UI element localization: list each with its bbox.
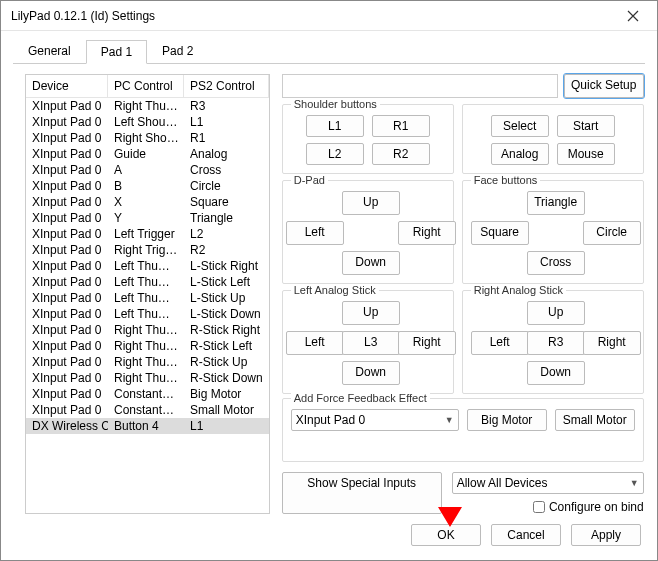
table-row[interactable]: DX Wireless C…Button 4L1 [26, 418, 269, 434]
cell-device: XInput Pad 0 [26, 290, 108, 306]
table-row[interactable]: XInput Pad 0Right Thu…R-Stick Down [26, 370, 269, 386]
bindings-table[interactable]: Device PC Control PS2 Control XInput Pad… [25, 74, 270, 514]
la-up-button[interactable]: Up [342, 301, 400, 325]
cancel-button[interactable]: Cancel [491, 524, 561, 546]
configure-on-bind-input[interactable] [533, 501, 545, 513]
cell-ps2: Cross [184, 162, 269, 178]
dpad-left-button[interactable]: Left [286, 221, 344, 245]
group-shoulder: Shoulder buttons [291, 98, 380, 110]
col-pc[interactable]: PC Control [108, 75, 184, 97]
table-row[interactable]: XInput Pad 0Right Thu…R3 [26, 98, 269, 114]
tab-pad2[interactable]: Pad 2 [147, 39, 208, 63]
cell-device: XInput Pad 0 [26, 242, 108, 258]
table-row[interactable]: XInput Pad 0ACross [26, 162, 269, 178]
cell-pc: Left Thu… [108, 306, 184, 322]
table-row[interactable]: XInput Pad 0Constant…Big Motor [26, 386, 269, 402]
ra-right-button[interactable]: Right [583, 331, 641, 355]
la-down-button[interactable]: Down [342, 361, 400, 385]
ok-button[interactable]: OK [411, 524, 481, 546]
cell-ps2: R3 [184, 98, 269, 114]
cell-device: XInput Pad 0 [26, 274, 108, 290]
ra-down-button[interactable]: Down [527, 361, 585, 385]
cell-pc: Right Thu… [108, 370, 184, 386]
table-row[interactable]: XInput Pad 0Right Thu…R-Stick Left [26, 338, 269, 354]
table-row[interactable]: XInput Pad 0Left Thu…L-Stick Right [26, 258, 269, 274]
chevron-down-icon: ▼ [445, 415, 454, 425]
mouse-button[interactable]: Mouse [557, 143, 615, 165]
tab-pad1[interactable]: Pad 1 [86, 40, 147, 64]
table-row[interactable]: XInput Pad 0Left Thu…L-Stick Up [26, 290, 269, 306]
l1-button[interactable]: L1 [306, 115, 364, 137]
dpad-down-button[interactable]: Down [342, 251, 400, 275]
cell-device: XInput Pad 0 [26, 322, 108, 338]
ra-left-button[interactable]: Left [471, 331, 529, 355]
configure-on-bind-check[interactable]: Configure on bind [452, 500, 644, 514]
cell-pc: Constant… [108, 386, 184, 402]
l2-button[interactable]: L2 [306, 143, 364, 165]
table-row[interactable]: XInput Pad 0BCircle [26, 178, 269, 194]
triangle-button[interactable]: Triangle [527, 191, 585, 215]
tab-general[interactable]: General [13, 39, 86, 63]
select-button[interactable]: Select [491, 115, 549, 137]
l3-button[interactable]: L3 [342, 331, 400, 355]
table-row[interactable]: XInput Pad 0GuideAnalog [26, 146, 269, 162]
dpad-right-button[interactable]: Right [398, 221, 456, 245]
col-ps2[interactable]: PS2 Control [184, 75, 269, 97]
cell-pc: Right Thu… [108, 338, 184, 354]
cell-pc: Right Thu… [108, 98, 184, 114]
table-row[interactable]: XInput Pad 0Right Thu…R-Stick Right [26, 322, 269, 338]
start-button[interactable]: Start [557, 115, 615, 137]
ff-device-select[interactable]: XInput Pad 0 ▼ [291, 409, 459, 431]
group-ra: Right Analog Stick [471, 284, 566, 296]
table-row[interactable]: XInput Pad 0Left Thu…L-Stick Left [26, 274, 269, 290]
cell-pc: Left Thu… [108, 290, 184, 306]
cell-device: XInput Pad 0 [26, 130, 108, 146]
cell-device: XInput Pad 0 [26, 258, 108, 274]
cross-button[interactable]: Cross [527, 251, 585, 275]
configure-on-bind-label: Configure on bind [549, 500, 644, 514]
apply-button[interactable]: Apply [571, 524, 641, 546]
cell-pc: Left Trigger [108, 226, 184, 242]
table-row[interactable]: XInput Pad 0Constant…Small Motor [26, 402, 269, 418]
la-left-button[interactable]: Left [286, 331, 344, 355]
ra-up-button[interactable]: Up [527, 301, 585, 325]
cell-device: XInput Pad 0 [26, 402, 108, 418]
quick-setup-button[interactable]: Quick Setup [564, 74, 644, 98]
cell-device: XInput Pad 0 [26, 114, 108, 130]
r1-button[interactable]: R1 [372, 115, 430, 137]
group-la: Left Analog Stick [291, 284, 379, 296]
ff-device-value: XInput Pad 0 [296, 413, 365, 427]
square-button[interactable]: Square [471, 221, 529, 245]
cell-ps2: L-Stick Right [184, 258, 269, 274]
la-right-button[interactable]: Right [398, 331, 456, 355]
col-device[interactable]: Device [26, 75, 108, 97]
table-row[interactable]: XInput Pad 0Left TriggerL2 [26, 226, 269, 242]
table-row[interactable]: XInput Pad 0YTriangle [26, 210, 269, 226]
allow-devices-select[interactable]: Allow All Devices ▼ [452, 472, 644, 494]
r2-button[interactable]: R2 [372, 143, 430, 165]
cell-device: DX Wireless C… [26, 418, 108, 434]
cell-pc: Right Thu… [108, 354, 184, 370]
circle-button[interactable]: Circle [583, 221, 641, 245]
cell-ps2: Small Motor [184, 402, 269, 418]
r3-button[interactable]: R3 [527, 331, 585, 355]
table-row[interactable]: XInput Pad 0Right Sho…R1 [26, 130, 269, 146]
close-icon[interactable] [613, 2, 653, 30]
dpad-up-button[interactable]: Up [342, 191, 400, 215]
small-motor-button[interactable]: Small Motor [555, 409, 635, 431]
table-row[interactable]: XInput Pad 0XSquare [26, 194, 269, 210]
big-motor-button[interactable]: Big Motor [467, 409, 547, 431]
table-row[interactable]: XInput Pad 0Right Trig…R2 [26, 242, 269, 258]
analog-button[interactable]: Analog [491, 143, 549, 165]
table-row[interactable]: XInput Pad 0Left Shou…L1 [26, 114, 269, 130]
cell-ps2: R-Stick Up [184, 354, 269, 370]
table-row[interactable]: XInput Pad 0Left Thu…L-Stick Down [26, 306, 269, 322]
table-row[interactable]: XInput Pad 0Right Thu…R-Stick Up [26, 354, 269, 370]
status-box [282, 74, 558, 98]
cell-ps2: L2 [184, 226, 269, 242]
cell-device: XInput Pad 0 [26, 338, 108, 354]
cell-device: XInput Pad 0 [26, 146, 108, 162]
cell-pc: Left Thu… [108, 258, 184, 274]
show-special-inputs-button[interactable]: Show Special Inputs [282, 472, 442, 514]
cell-device: XInput Pad 0 [26, 178, 108, 194]
